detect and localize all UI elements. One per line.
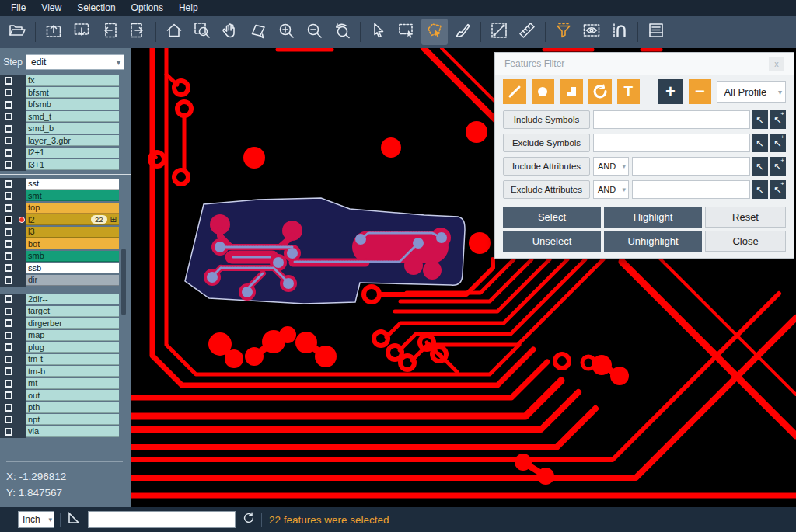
- layer-name-band[interactable]: l2+1 ⊞: [26, 148, 119, 158]
- pick-from-canvas-button[interactable]: ↖: [752, 157, 768, 176]
- close-button[interactable]: Close: [705, 231, 786, 252]
- layer-name-band[interactable]: l3+1 ⊞: [26, 159, 119, 170]
- features-filter-button[interactable]: [550, 19, 577, 45]
- layer-name-band[interactable]: via ⊞: [26, 426, 119, 437]
- measure-line-button[interactable]: [486, 19, 512, 45]
- layer-row[interactable]: tm-b ⊞: [0, 366, 131, 378]
- layer-row[interactable]: tm-t ⊞: [0, 353, 131, 366]
- pick-from-canvas-button[interactable]: ↖: [752, 180, 768, 199]
- layer-row[interactable]: bfsmt ⊞: [0, 87, 131, 99]
- layer-name-band[interactable]: dir ⊞: [26, 275, 119, 286]
- pan-up-button[interactable]: [40, 19, 67, 45]
- layer-visibility-checkbox[interactable]: [5, 77, 12, 85]
- layer-visibility-checkbox[interactable]: [5, 137, 12, 144]
- layer-row[interactable]: layer_3.gbr ⊞: [0, 135, 131, 148]
- select-button[interactable]: Select: [503, 207, 601, 228]
- layer-name-band[interactable]: 2dir-- ⊞: [26, 294, 119, 304]
- angle-mode-icon[interactable]: [66, 510, 82, 529]
- layer-name-band[interactable]: top ⊞: [26, 203, 119, 214]
- layer-visibility-checkbox[interactable]: [5, 380, 12, 388]
- pick-from-canvas-button[interactable]: ↖: [752, 134, 768, 152]
- pick-from-canvas-button[interactable]: ↖: [752, 110, 768, 129]
- pick-add-from-canvas-button[interactable]: ↖+: [770, 110, 786, 129]
- layer-name-band[interactable]: bot ⊞: [26, 238, 119, 249]
- arc-feature-button[interactable]: [588, 79, 612, 104]
- layer-row[interactable]: smd_b ⊞: [0, 123, 131, 135]
- menu-item[interactable]: Options: [124, 1, 171, 15]
- menu-item[interactable]: Help: [171, 1, 206, 15]
- select-arrow-button[interactable]: [365, 19, 392, 45]
- layer-name-band[interactable]: fx ⊞: [26, 75, 119, 86]
- layer-visibility-checkbox[interactable]: [5, 356, 12, 363]
- unhighlight-button[interactable]: Unhighlight: [604, 231, 702, 252]
- layer-name-band[interactable]: npt ⊞: [26, 414, 119, 425]
- layer-row[interactable]: l2+1 ⊞: [0, 147, 131, 159]
- layer-visibility-checkbox[interactable]: [5, 216, 12, 224]
- layer-name-band[interactable]: l3 ⊞: [26, 227, 119, 238]
- pick-add-from-canvas-button[interactable]: ↖+: [770, 134, 786, 152]
- layer-visibility-checkbox[interactable]: [5, 252, 12, 260]
- pick-add-from-canvas-button[interactable]: ↖+: [770, 157, 786, 176]
- operator-select[interactable]: AND ▾: [593, 157, 629, 176]
- rect-select-button[interactable]: [393, 19, 420, 45]
- layer-row[interactable]: dir ⊞: [0, 274, 131, 287]
- surface-feature-button[interactable]: [560, 79, 583, 104]
- zoom-in-button[interactable]: [273, 19, 299, 45]
- layer-row[interactable]: pth ⊞: [0, 402, 131, 414]
- layer-row[interactable]: 2dir-- ⊞: [0, 294, 131, 306]
- pan-down-button[interactable]: [68, 19, 95, 45]
- zoom-polygon-button[interactable]: [245, 19, 271, 45]
- unselect-button[interactable]: Unselect: [503, 231, 601, 252]
- filter-row-label-button[interactable]: Exclude Attributes: [503, 180, 590, 199]
- layer-visibility-checkbox[interactable]: [5, 276, 12, 284]
- line-feature-button[interactable]: [503, 79, 526, 104]
- layer-visibility-checkbox[interactable]: [5, 332, 12, 339]
- layer-visibility-checkbox[interactable]: [5, 149, 12, 157]
- layer-row[interactable]: map ⊞: [0, 329, 131, 342]
- pcb-canvas[interactable]: Features Filter x T + − All Profile ▾: [131, 48, 796, 507]
- layer-name-band[interactable]: mt ⊞: [26, 378, 119, 389]
- open-button[interactable]: [4, 19, 30, 45]
- layer-row[interactable]: plug ⊞: [0, 342, 131, 354]
- layer-name-band[interactable]: layer_3.gbr ⊞: [26, 135, 119, 146]
- layer-name-band[interactable]: out ⊞: [26, 390, 119, 401]
- close-icon[interactable]: x: [769, 57, 784, 71]
- pan-hand-button[interactable]: [217, 19, 243, 45]
- layer-visibility-checkbox[interactable]: [5, 228, 12, 236]
- layer-visibility-checkbox[interactable]: [5, 391, 12, 399]
- layer-row[interactable]: l3+1 ⊞: [0, 159, 131, 172]
- layer-visibility-checkbox[interactable]: [5, 319, 12, 327]
- layer-name-band[interactable]: target ⊞: [26, 306, 119, 317]
- zoom-previous-button[interactable]: [329, 19, 355, 45]
- layer-visibility-checkbox[interactable]: [5, 180, 12, 188]
- layer-row[interactable]: smb ⊞: [0, 250, 131, 263]
- layer-row[interactable]: top ⊞: [0, 202, 131, 214]
- layer-row[interactable]: dirgerber ⊞: [0, 318, 131, 330]
- layer-row[interactable]: ssb ⊞: [0, 263, 131, 275]
- pan-left-button[interactable]: [96, 19, 123, 45]
- layer-name-band[interactable]: ssb ⊞: [26, 263, 119, 273]
- panel-list-button[interactable]: [643, 19, 669, 45]
- brush-select-button[interactable]: [449, 19, 476, 45]
- layer-visibility-checkbox[interactable]: [5, 89, 12, 96]
- filter-value-input[interactable]: [632, 180, 750, 199]
- layer-row[interactable]: smd_t ⊞: [0, 111, 131, 123]
- zoom-area-button[interactable]: [189, 19, 215, 45]
- filter-value-input[interactable]: [593, 134, 750, 152]
- layer-visibility-checkbox[interactable]: [5, 404, 12, 412]
- layer-row[interactable]: bot ⊞: [0, 238, 131, 251]
- remove-filter-button[interactable]: −: [689, 79, 712, 104]
- filter-value-input[interactable]: [632, 157, 750, 176]
- layer-visibility-checkbox[interactable]: [5, 240, 12, 248]
- layer-list-scrollbar[interactable]: [121, 249, 126, 315]
- dialog-title-bar[interactable]: Features Filter x: [495, 53, 794, 75]
- layer-visibility-checkbox[interactable]: [5, 264, 12, 272]
- layer-row[interactable]: mt ⊞: [0, 377, 131, 390]
- pan-right-button[interactable]: [124, 19, 151, 45]
- menu-item[interactable]: View: [33, 1, 69, 15]
- layer-visibility-checkbox[interactable]: [5, 308, 12, 315]
- layer-visibility-checkbox[interactable]: [5, 416, 12, 423]
- layer-name-band[interactable]: smb ⊞: [26, 251, 119, 262]
- layer-row[interactable]: bfsmb ⊞: [0, 99, 131, 111]
- filter-row-label-button[interactable]: Include Symbols: [503, 110, 590, 129]
